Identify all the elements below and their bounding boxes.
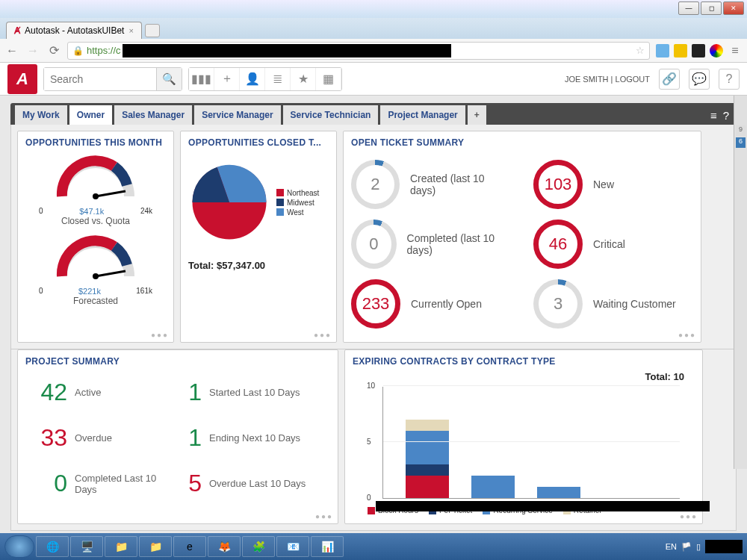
taskbar-app-icon[interactable]: 📊 [311, 536, 344, 557]
legend-item: Midwest [276, 199, 319, 207]
new-tab-button[interactable] [145, 24, 160, 37]
user-icon[interactable]: 👤 [240, 68, 265, 90]
bar [537, 487, 580, 498]
app-toolbar: ▮▮▮ ＋ 👤 ≣ ★ ▦ [188, 67, 342, 91]
project-label: Started Last 10 Days [209, 387, 321, 398]
widget-expiring-contracts: EXPIRING CONTRACTS BY CONTRACT TYPE Tota… [344, 349, 703, 524]
window-maximize-button[interactable]: ◻ [701, 1, 722, 15]
clock-redacted [705, 540, 743, 553]
global-search: 🔍 [43, 67, 182, 91]
dashboard-tab[interactable]: Owner [69, 105, 112, 125]
forward-button[interactable]: → [25, 44, 40, 57]
dashboard-tab[interactable]: Service Manager [194, 105, 280, 125]
ticket-label: Currently Open [411, 298, 482, 310]
address-bar[interactable]: 🔒 https://c ☆ [67, 42, 650, 60]
taskbar-app-icon[interactable]: 🦊 [208, 536, 241, 557]
lock-icon: 🔒 [72, 46, 84, 56]
flag-icon[interactable]: 🏳️ [681, 542, 692, 552]
widget-menu-icon[interactable]: ●●● [315, 512, 333, 520]
user-area: JOE SMITH | LOGOUT [565, 75, 650, 84]
project-label: Overdue Last 10 Days [209, 478, 321, 489]
widget-title: EXPIRING CONTRACTS BY CONTRACT TYPE [353, 356, 695, 367]
star-icon[interactable]: ★ [291, 68, 316, 90]
widget-title: PROJECT SUMMARY [25, 356, 330, 367]
reload-button[interactable]: ⟳ [46, 43, 61, 57]
widget-opportunities-closed: OPPORTUNITIES CLOSED T... NortheastMidwe… [180, 131, 337, 343]
gutter-badge[interactable]: 9 [736, 125, 746, 136]
ring-icon: 2 [351, 160, 400, 209]
gauge-label: Forecasted [25, 296, 166, 306]
taskbar-app-icon[interactable]: 🖥️ [70, 536, 103, 557]
ring-icon: 103 [533, 160, 583, 209]
chrome-menu-icon[interactable]: ≡ [728, 44, 743, 57]
project-count: 1 [164, 424, 209, 452]
widget-project-summary: PROJECT SUMMARY 42Active1Started Last 10… [17, 349, 338, 524]
dashboard-page: My WorkOwnerSales ManagerService Manager… [0, 96, 747, 538]
language-indicator[interactable]: EN [666, 542, 677, 551]
ticket-metric[interactable]: 3Waiting Customer [533, 279, 693, 329]
chat-icon[interactable]: 💬 [689, 69, 710, 90]
dashboard-tab[interactable]: Service Technician [283, 105, 379, 125]
gauge-icon [51, 155, 140, 203]
browser-tab[interactable]: Ⱥ Autotask - AutotaskUIBet × [6, 22, 142, 39]
gutter-badge[interactable]: 6 [736, 137, 746, 148]
battery-icon[interactable]: ▯ [696, 542, 701, 552]
project-count: 33 [30, 424, 75, 452]
widget-menu-icon[interactable]: ●●● [680, 512, 698, 520]
ticket-label: Created (last 10 days) [410, 172, 511, 196]
dashboard-icon[interactable]: ▮▮▮ [189, 68, 214, 90]
help-icon[interactable]: ? [719, 69, 740, 90]
gauge-label: Closed vs. Quota [25, 216, 166, 226]
app-logo[interactable]: A [7, 64, 37, 94]
widget-menu-icon[interactable]: ●●● [151, 331, 169, 339]
window-close-button[interactable]: ✕ [723, 1, 744, 15]
widget-title: OPPORTUNITIES THIS MONTH [25, 137, 166, 148]
favicon: Ⱥ [14, 25, 20, 36]
close-tab-icon[interactable]: × [128, 26, 133, 35]
browser-extension-icons: ≡ [656, 44, 743, 57]
widgets-row-1: OPPORTUNITIES THIS MONTH 0 $47.1k 24k Cl… [10, 125, 737, 349]
ticket-metric[interactable]: 233Currently Open [351, 279, 511, 329]
bar [471, 476, 515, 498]
widget-menu-icon[interactable]: ●●● [314, 331, 332, 339]
add-tab-button[interactable]: + [468, 105, 486, 125]
ticket-metric[interactable]: 0Completed (last 10 days) [351, 220, 511, 269]
widget-menu-icon[interactable]: ●●● [678, 331, 696, 339]
calendar-icon[interactable]: ▦ [316, 68, 341, 90]
ticket-metric[interactable]: 103New [533, 160, 693, 209]
logout-link[interactable]: LOGOUT [616, 75, 650, 84]
ticket-label: Critical [593, 238, 625, 250]
back-button[interactable]: ← [4, 44, 19, 57]
taskbar-app-icon[interactable]: 🧩 [242, 536, 275, 557]
list-icon[interactable]: ≣ [265, 68, 291, 90]
extension-icon[interactable] [710, 44, 723, 57]
extension-icon[interactable] [692, 44, 705, 57]
bookmark-icon[interactable]: ☆ [636, 45, 645, 56]
help-icon[interactable]: ? [723, 109, 729, 122]
taskbar-app-icon[interactable]: 📁 [105, 536, 137, 557]
project-count: 0 [30, 470, 75, 497]
url-scheme: https://c [87, 45, 121, 56]
window-minimize-button[interactable]: — [678, 1, 699, 15]
bar-chart: 0 5 10 [382, 387, 680, 499]
dashboard-tab[interactable]: My Work [15, 105, 67, 125]
extension-icon[interactable] [674, 44, 687, 57]
gauge-min: 0 [39, 207, 43, 216]
search-input[interactable] [44, 68, 156, 90]
ticket-metric[interactable]: 46Critical [533, 220, 693, 269]
dashboard-tab[interactable]: Sales Manager [114, 105, 192, 125]
project-count: 42 [30, 379, 75, 406]
extension-icon[interactable] [656, 44, 669, 57]
search-button[interactable]: 🔍 [156, 68, 182, 90]
hamburger-icon[interactable]: ≡ [710, 109, 717, 122]
add-icon[interactable]: ＋ [214, 68, 240, 90]
window-titlebar: — ◻ ✕ [0, 0, 747, 18]
taskbar-app-icon[interactable]: e [173, 536, 206, 557]
taskbar-app-icon[interactable]: 🌐 [36, 536, 69, 557]
start-button[interactable] [4, 535, 34, 558]
link-icon[interactable]: 🔗 [659, 69, 680, 90]
ticket-metric[interactable]: 2Created (last 10 days) [351, 160, 511, 209]
taskbar-app-icon[interactable]: 📁 [139, 536, 172, 557]
dashboard-tab[interactable]: Project Manager [380, 105, 465, 125]
taskbar-app-icon[interactable]: 📧 [276, 536, 309, 557]
